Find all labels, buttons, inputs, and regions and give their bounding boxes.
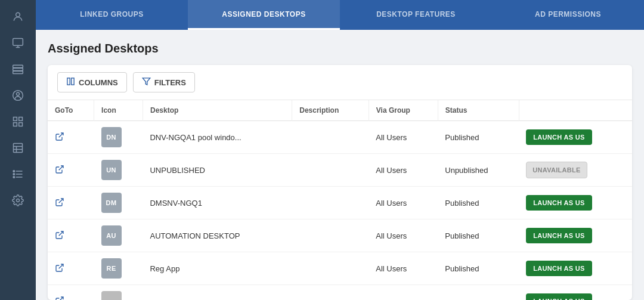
desktop-description bbox=[292, 252, 369, 285]
via-group: All Users bbox=[369, 187, 438, 219]
storage-icon[interactable] bbox=[7, 58, 29, 80]
page-title: Assigned Desktops bbox=[48, 42, 632, 55]
status-badge: Published bbox=[438, 187, 519, 219]
desktop-name bbox=[143, 285, 292, 301]
table-row: DNDNV-NGQA1 pool windo...All UsersPublis… bbox=[48, 121, 632, 154]
via-group bbox=[369, 285, 438, 301]
svg-line-27 bbox=[59, 199, 63, 203]
svg-rect-3 bbox=[13, 68, 23, 70]
tab-ad-permissions[interactable]: AD PERMISSIONS bbox=[492, 0, 644, 30]
launch-button[interactable]: LAUNCH AS US bbox=[526, 228, 592, 243]
via-group: All Users bbox=[369, 252, 438, 285]
status-badge: Published bbox=[438, 252, 519, 285]
svg-point-21 bbox=[17, 199, 20, 202]
columns-button[interactable]: COLUMNS bbox=[57, 72, 127, 92]
tab-desktop-features[interactable]: DESKTOP FEATURES bbox=[340, 0, 492, 30]
desktop-name: UNPUBLISHED bbox=[143, 154, 292, 187]
table-row: UNUNPUBLISHEDAll UsersUnpublishedUNAVAIL… bbox=[48, 154, 632, 187]
goto-link-icon[interactable] bbox=[55, 264, 64, 274]
desktop-icon[interactable] bbox=[7, 32, 29, 54]
desktop-description bbox=[292, 219, 369, 252]
desktop-description bbox=[292, 187, 369, 219]
desktop-description bbox=[292, 154, 369, 187]
filters-button[interactable]: FILTERS bbox=[133, 72, 195, 92]
col-status: Status bbox=[438, 100, 519, 121]
avatar bbox=[101, 291, 122, 300]
grid-icon[interactable] bbox=[7, 111, 29, 132]
col-description: Description bbox=[292, 100, 369, 121]
svg-point-20 bbox=[13, 177, 15, 178]
table-row: REReg AppAll UsersPublishedLAUNCH AS US bbox=[48, 252, 632, 285]
status-badge: Published bbox=[438, 121, 519, 154]
person-circle-icon[interactable] bbox=[7, 85, 29, 106]
desktop-description bbox=[292, 285, 369, 301]
via-group: All Users bbox=[369, 154, 438, 187]
col-desktop: Desktop bbox=[143, 100, 292, 121]
svg-point-19 bbox=[13, 174, 15, 175]
table-card: COLUMNS FILTERS GoTo Icon Deskt bbox=[48, 65, 632, 300]
svg-rect-7 bbox=[14, 117, 17, 121]
goto-link-icon[interactable] bbox=[55, 231, 64, 242]
tab-bar: LINKED GROUPS ASSIGNED DESKTOPS DESKTOP … bbox=[36, 0, 644, 30]
svg-rect-1 bbox=[13, 39, 23, 46]
goto-link-icon[interactable] bbox=[55, 166, 64, 176]
svg-point-6 bbox=[17, 92, 20, 95]
goto-link-icon[interactable] bbox=[55, 133, 64, 143]
launch-button[interactable]: LAUNCH AS US bbox=[526, 293, 592, 300]
status-badge: Published bbox=[438, 219, 519, 252]
settings-icon[interactable] bbox=[7, 190, 29, 211]
svg-rect-4 bbox=[13, 71, 23, 73]
launch-button[interactable]: LAUNCH AS US bbox=[526, 195, 592, 211]
col-action bbox=[519, 100, 632, 121]
filter-icon bbox=[142, 77, 151, 88]
avatar: DM bbox=[101, 193, 122, 213]
launch-button[interactable]: LAUNCH AS US bbox=[526, 261, 592, 276]
sidebar bbox=[0, 0, 36, 300]
data-table: GoTo Icon Desktop Description Via Group … bbox=[48, 100, 632, 300]
status-badge bbox=[438, 285, 519, 301]
svg-line-28 bbox=[59, 231, 63, 236]
svg-line-29 bbox=[59, 264, 63, 268]
via-group: All Users bbox=[369, 219, 438, 252]
svg-line-25 bbox=[59, 133, 63, 137]
avatar: RE bbox=[101, 258, 122, 279]
list-icon[interactable] bbox=[7, 163, 29, 185]
table-row: LAUNCH AS US bbox=[48, 285, 632, 301]
unavailable-button: UNAVAILABLE bbox=[526, 162, 587, 178]
svg-rect-23 bbox=[72, 78, 74, 85]
svg-rect-22 bbox=[67, 78, 70, 85]
users-icon[interactable] bbox=[7, 6, 29, 27]
table-row: AUAUTOMATION DESKTOPAll UsersPublishedLA… bbox=[48, 219, 632, 252]
svg-point-18 bbox=[13, 171, 15, 172]
svg-rect-8 bbox=[19, 117, 23, 121]
desktop-name: Reg App bbox=[143, 252, 292, 285]
goto-link-icon[interactable] bbox=[55, 297, 64, 301]
content-area: Assigned Desktops COLUMNS FILTERS bbox=[36, 30, 644, 300]
main-content: LINKED GROUPS ASSIGNED DESKTOPS DESKTOP … bbox=[36, 0, 644, 300]
svg-rect-9 bbox=[14, 123, 17, 126]
svg-rect-11 bbox=[14, 144, 23, 153]
svg-line-30 bbox=[59, 297, 63, 301]
col-via-group: Via Group bbox=[369, 100, 438, 121]
svg-marker-24 bbox=[143, 78, 150, 85]
via-group: All Users bbox=[369, 121, 438, 154]
avatar: DN bbox=[101, 127, 122, 147]
goto-link-icon[interactable] bbox=[55, 199, 64, 209]
table-row: DMDMSNV-NGQ1All UsersPublishedLAUNCH AS … bbox=[48, 187, 632, 219]
desktop-name: DMSNV-NGQ1 bbox=[143, 187, 292, 219]
desktop-name: AUTOMATION DESKTOP bbox=[143, 219, 292, 252]
columns-icon bbox=[66, 77, 75, 88]
tab-assigned-desktops[interactable]: ASSIGNED DESKTOPS bbox=[188, 0, 340, 30]
status-badge: Unpublished bbox=[438, 154, 519, 187]
svg-rect-10 bbox=[19, 123, 23, 126]
col-goto: GoTo bbox=[48, 100, 94, 121]
desktop-description bbox=[292, 121, 369, 154]
desktop-name: DNV-NGQA1 pool windo... bbox=[143, 121, 292, 154]
svg-line-26 bbox=[59, 166, 63, 170]
launch-button[interactable]: LAUNCH AS US bbox=[526, 129, 592, 145]
avatar: AU bbox=[101, 225, 122, 246]
svg-point-0 bbox=[16, 13, 20, 17]
table-icon[interactable] bbox=[7, 137, 29, 159]
toolbar: COLUMNS FILTERS bbox=[48, 65, 632, 100]
tab-linked-groups[interactable]: LINKED GROUPS bbox=[36, 0, 188, 30]
